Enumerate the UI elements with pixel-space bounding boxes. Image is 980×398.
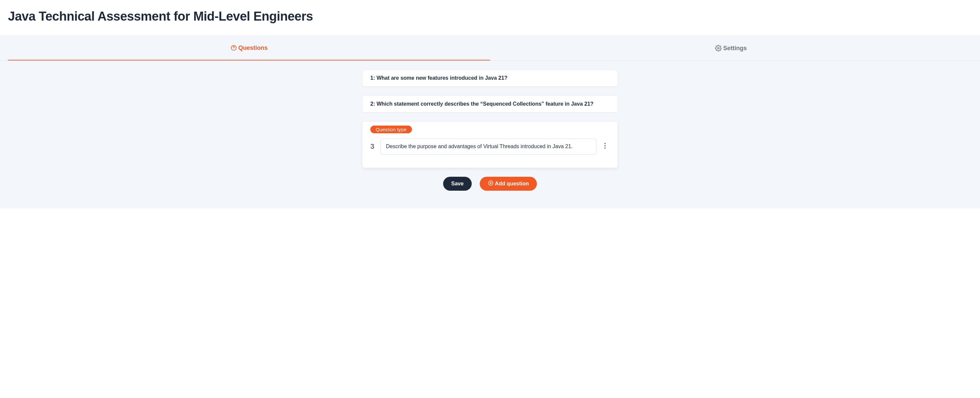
tabs-bar: Questions Settings xyxy=(0,36,980,61)
svg-point-1 xyxy=(233,49,234,49)
question-summary-text: 1: What are some new features introduced… xyxy=(370,75,610,81)
tab-settings-label: Settings xyxy=(723,45,747,52)
question-summary-card[interactable]: 2: Which statement correctly describes t… xyxy=(362,95,618,113)
save-button[interactable]: Save xyxy=(443,177,471,191)
tab-questions-label: Questions xyxy=(239,44,267,51)
kebab-icon xyxy=(604,143,606,151)
save-button-label: Save xyxy=(451,181,463,187)
add-question-button[interactable]: Add question xyxy=(480,177,537,191)
question-circle-icon xyxy=(231,44,237,51)
add-question-label: Add question xyxy=(495,181,529,187)
actions-row: Save Add question xyxy=(362,177,618,191)
svg-point-4 xyxy=(605,145,606,146)
page-title: Java Technical Assessment for Mid-Level … xyxy=(8,9,972,24)
tab-settings[interactable]: Settings xyxy=(490,36,972,60)
question-summary-card[interactable]: 1: What are some new features introduced… xyxy=(362,70,618,87)
more-options-button[interactable] xyxy=(600,143,610,151)
question-edit-row: 3 xyxy=(370,138,610,154)
question-number: 3 xyxy=(370,142,376,151)
svg-point-3 xyxy=(605,143,606,144)
question-type-pill[interactable]: Question type xyxy=(370,125,412,133)
svg-point-2 xyxy=(718,48,719,49)
plus-circle-icon xyxy=(488,180,494,187)
question-summary-text: 2: Which statement correctly describes t… xyxy=(370,101,610,107)
svg-point-5 xyxy=(605,147,606,149)
page-header: Java Technical Assessment for Mid-Level … xyxy=(0,0,980,36)
tab-questions[interactable]: Questions xyxy=(8,36,490,60)
gear-icon xyxy=(715,45,722,51)
question-text-input[interactable] xyxy=(380,138,597,154)
content-area: Questions Settings 1: What are some new … xyxy=(0,36,980,209)
question-editing-card: Question type 3 xyxy=(362,121,618,168)
questions-list: 1: What are some new features introduced… xyxy=(362,61,618,191)
